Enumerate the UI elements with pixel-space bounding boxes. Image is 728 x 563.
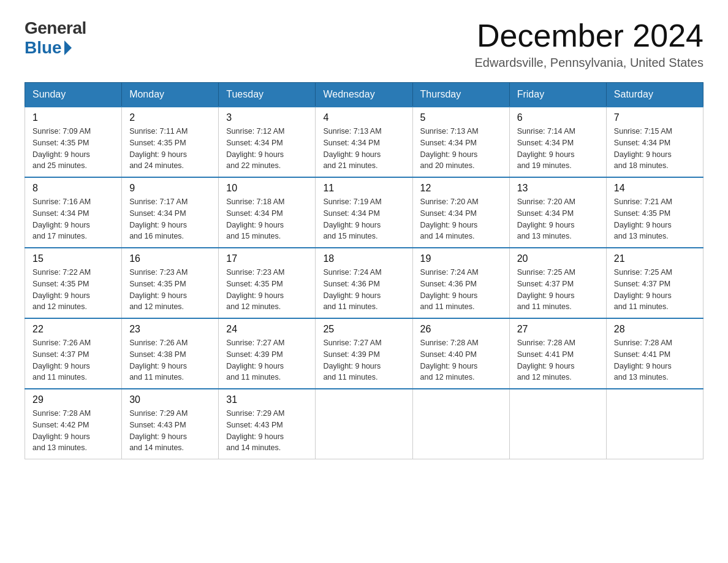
calendar-cell: 17 Sunrise: 7:23 AM Sunset: 4:35 PM Dayl… — [219, 248, 316, 318]
calendar-cell: 13 Sunrise: 7:20 AM Sunset: 4:34 PM Dayl… — [509, 177, 606, 248]
calendar-cell: 23 Sunrise: 7:26 AM Sunset: 4:38 PM Dayl… — [122, 318, 219, 389]
calendar-cell: 24 Sunrise: 7:27 AM Sunset: 4:39 PM Dayl… — [219, 318, 316, 389]
day-info: Sunrise: 7:28 AM Sunset: 4:41 PM Dayligh… — [517, 337, 599, 383]
day-info: Sunrise: 7:20 AM Sunset: 4:34 PM Dayligh… — [517, 196, 599, 242]
week-row-2: 8 Sunrise: 7:16 AM Sunset: 4:34 PM Dayli… — [25, 177, 703, 248]
day-number: 31 — [226, 394, 308, 405]
day-info: Sunrise: 7:27 AM Sunset: 4:39 PM Dayligh… — [226, 337, 308, 383]
calendar-cell: 16 Sunrise: 7:23 AM Sunset: 4:35 PM Dayl… — [122, 248, 219, 318]
day-number: 12 — [420, 183, 502, 194]
day-info: Sunrise: 7:23 AM Sunset: 4:35 PM Dayligh… — [129, 267, 211, 313]
logo-triangle-icon — [64, 40, 72, 55]
calendar-cell: 11 Sunrise: 7:19 AM Sunset: 4:34 PM Dayl… — [316, 177, 412, 248]
day-number: 25 — [323, 324, 404, 335]
day-header-monday: Monday — [122, 83, 219, 107]
calendar-cell: 6 Sunrise: 7:14 AM Sunset: 4:34 PM Dayli… — [509, 107, 606, 177]
calendar-cell: 30 Sunrise: 7:29 AM Sunset: 4:43 PM Dayl… — [122, 389, 219, 459]
day-info: Sunrise: 7:11 AM Sunset: 4:35 PM Dayligh… — [129, 126, 211, 172]
day-header-sunday: Sunday — [25, 83, 122, 107]
day-info: Sunrise: 7:16 AM Sunset: 4:34 PM Dayligh… — [32, 196, 114, 242]
day-info: Sunrise: 7:09 AM Sunset: 4:35 PM Dayligh… — [32, 126, 114, 172]
day-header-tuesday: Tuesday — [219, 83, 316, 107]
day-number: 20 — [517, 253, 599, 264]
week-row-1: 1 Sunrise: 7:09 AM Sunset: 4:35 PM Dayli… — [25, 107, 703, 177]
day-number: 15 — [32, 253, 114, 264]
calendar-cell: 10 Sunrise: 7:18 AM Sunset: 4:34 PM Dayl… — [219, 177, 316, 248]
day-number: 23 — [129, 324, 211, 335]
day-info: Sunrise: 7:28 AM Sunset: 4:41 PM Dayligh… — [614, 337, 696, 383]
day-info: Sunrise: 7:20 AM Sunset: 4:34 PM Dayligh… — [420, 196, 502, 242]
calendar-cell: 26 Sunrise: 7:28 AM Sunset: 4:40 PM Dayl… — [412, 318, 509, 389]
calendar-cell: 4 Sunrise: 7:13 AM Sunset: 4:34 PM Dayli… — [316, 107, 412, 177]
calendar-cell: 3 Sunrise: 7:12 AM Sunset: 4:34 PM Dayli… — [219, 107, 316, 177]
day-info: Sunrise: 7:25 AM Sunset: 4:37 PM Dayligh… — [614, 267, 696, 313]
day-number: 26 — [420, 324, 502, 335]
calendar-cell: 25 Sunrise: 7:27 AM Sunset: 4:39 PM Dayl… — [316, 318, 412, 389]
day-header-friday: Friday — [509, 83, 606, 107]
day-info: Sunrise: 7:29 AM Sunset: 4:43 PM Dayligh… — [129, 408, 211, 454]
day-info: Sunrise: 7:14 AM Sunset: 4:34 PM Dayligh… — [517, 126, 599, 172]
day-number: 7 — [614, 112, 696, 123]
logo-blue-text: Blue — [25, 38, 72, 58]
day-info: Sunrise: 7:26 AM Sunset: 4:38 PM Dayligh… — [129, 337, 211, 383]
calendar-cell — [316, 389, 412, 459]
day-number: 30 — [129, 394, 211, 405]
day-number: 29 — [32, 394, 114, 405]
days-header-row: SundayMondayTuesdayWednesdayThursdayFrid… — [25, 83, 703, 107]
calendar-cell: 22 Sunrise: 7:26 AM Sunset: 4:37 PM Dayl… — [25, 318, 122, 389]
calendar-cell: 7 Sunrise: 7:15 AM Sunset: 4:34 PM Dayli… — [606, 107, 703, 177]
day-info: Sunrise: 7:17 AM Sunset: 4:34 PM Dayligh… — [129, 196, 211, 242]
day-number: 19 — [420, 253, 502, 264]
day-number: 22 — [32, 324, 114, 335]
day-number: 2 — [129, 112, 211, 123]
day-info: Sunrise: 7:25 AM Sunset: 4:37 PM Dayligh… — [517, 267, 599, 313]
day-number: 6 — [517, 112, 599, 123]
day-number: 8 — [32, 183, 114, 194]
calendar-cell: 29 Sunrise: 7:28 AM Sunset: 4:42 PM Dayl… — [25, 389, 122, 459]
day-number: 10 — [226, 183, 308, 194]
month-title: December 2024 — [474, 18, 703, 53]
calendar-cell: 15 Sunrise: 7:22 AM Sunset: 4:35 PM Dayl… — [25, 248, 122, 318]
day-info: Sunrise: 7:21 AM Sunset: 4:35 PM Dayligh… — [614, 196, 696, 242]
day-number: 13 — [517, 183, 599, 194]
logo-general-text: General — [25, 18, 86, 38]
day-info: Sunrise: 7:22 AM Sunset: 4:35 PM Dayligh… — [32, 267, 114, 313]
calendar-cell — [509, 389, 606, 459]
day-info: Sunrise: 7:15 AM Sunset: 4:34 PM Dayligh… — [614, 126, 696, 172]
day-info: Sunrise: 7:27 AM Sunset: 4:39 PM Dayligh… — [323, 337, 404, 383]
calendar-cell — [412, 389, 509, 459]
day-info: Sunrise: 7:13 AM Sunset: 4:34 PM Dayligh… — [420, 126, 502, 172]
day-header-saturday: Saturday — [606, 83, 703, 107]
day-info: Sunrise: 7:18 AM Sunset: 4:34 PM Dayligh… — [226, 196, 308, 242]
day-number: 3 — [226, 112, 308, 123]
day-number: 28 — [614, 324, 696, 335]
calendar-cell: 18 Sunrise: 7:24 AM Sunset: 4:36 PM Dayl… — [316, 248, 412, 318]
day-info: Sunrise: 7:28 AM Sunset: 4:40 PM Dayligh… — [420, 337, 502, 383]
week-row-5: 29 Sunrise: 7:28 AM Sunset: 4:42 PM Dayl… — [25, 389, 703, 459]
day-info: Sunrise: 7:12 AM Sunset: 4:34 PM Dayligh… — [226, 126, 308, 172]
day-number: 11 — [323, 183, 404, 194]
calendar-cell: 2 Sunrise: 7:11 AM Sunset: 4:35 PM Dayli… — [122, 107, 219, 177]
calendar-cell: 31 Sunrise: 7:29 AM Sunset: 4:43 PM Dayl… — [219, 389, 316, 459]
day-number: 17 — [226, 253, 308, 264]
day-info: Sunrise: 7:29 AM Sunset: 4:43 PM Dayligh… — [226, 408, 308, 454]
day-number: 4 — [323, 112, 404, 123]
calendar-table: SundayMondayTuesdayWednesdayThursdayFrid… — [25, 82, 703, 459]
calendar-cell: 1 Sunrise: 7:09 AM Sunset: 4:35 PM Dayli… — [25, 107, 122, 177]
week-row-3: 15 Sunrise: 7:22 AM Sunset: 4:35 PM Dayl… — [25, 248, 703, 318]
day-number: 27 — [517, 324, 599, 335]
page-header: General Blue December 2024 Edwardsville,… — [25, 18, 703, 70]
location-title: Edwardsville, Pennsylvania, United State… — [474, 56, 703, 70]
day-header-thursday: Thursday — [412, 83, 509, 107]
calendar-cell: 8 Sunrise: 7:16 AM Sunset: 4:34 PM Dayli… — [25, 177, 122, 248]
calendar-cell: 19 Sunrise: 7:24 AM Sunset: 4:36 PM Dayl… — [412, 248, 509, 318]
day-number: 9 — [129, 183, 211, 194]
day-number: 21 — [614, 253, 696, 264]
calendar-cell: 5 Sunrise: 7:13 AM Sunset: 4:34 PM Dayli… — [412, 107, 509, 177]
day-info: Sunrise: 7:23 AM Sunset: 4:35 PM Dayligh… — [226, 267, 308, 313]
day-number: 24 — [226, 324, 308, 335]
day-number: 1 — [32, 112, 114, 123]
day-info: Sunrise: 7:19 AM Sunset: 4:34 PM Dayligh… — [323, 196, 404, 242]
calendar-cell: 12 Sunrise: 7:20 AM Sunset: 4:34 PM Dayl… — [412, 177, 509, 248]
logo: General Blue — [25, 18, 86, 58]
